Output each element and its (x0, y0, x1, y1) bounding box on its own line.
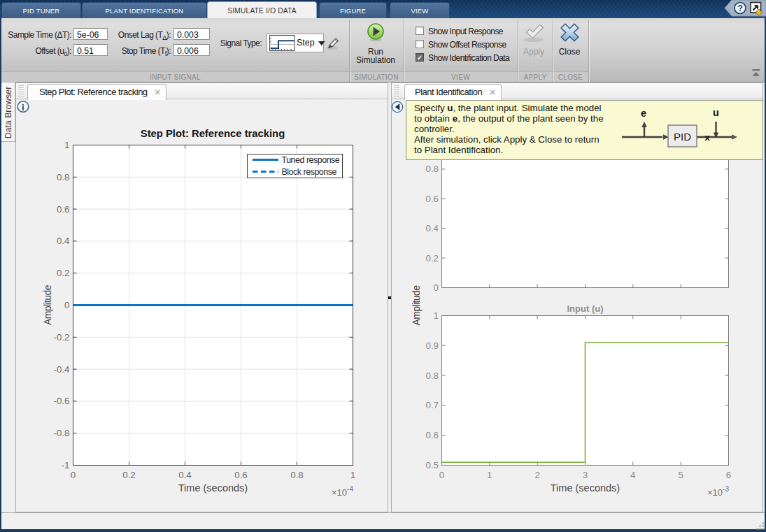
svg-text:0.2: 0.2 (122, 470, 136, 480)
svg-text:x: x (704, 132, 710, 143)
svg-text:0.5: 0.5 (426, 460, 439, 470)
svg-text:-0.6: -0.6 (54, 396, 70, 406)
svg-text:5: 5 (678, 470, 683, 480)
svg-text:0.8: 0.8 (57, 172, 70, 182)
svg-text:0: 0 (434, 282, 439, 293)
svg-text:1: 1 (434, 310, 439, 321)
svg-text:×10-3: ×10-3 (707, 485, 729, 498)
svg-text:Tuned response: Tuned response (282, 155, 340, 165)
svg-text:×10-4: ×10-4 (332, 485, 353, 498)
svg-text:0.8: 0.8 (426, 164, 439, 174)
svg-text:0.4: 0.4 (57, 236, 70, 246)
svg-text:1: 1 (350, 470, 355, 480)
svg-text:Block response: Block response (282, 167, 337, 177)
svg-text:-0.4: -0.4 (54, 364, 70, 375)
svg-text:i: i (22, 102, 24, 113)
svg-text:0.9: 0.9 (426, 340, 439, 351)
svg-text:-0.8: -0.8 (54, 428, 70, 438)
svg-text:PID: PID (674, 131, 691, 143)
svg-text:Step Plot: Reference tracking: Step Plot: Reference tracking (141, 128, 285, 139)
svg-text:?: ? (737, 3, 743, 13)
svg-text:u: u (713, 107, 719, 118)
svg-text:0.4: 0.4 (426, 223, 439, 233)
svg-text:0.4: 0.4 (178, 470, 192, 480)
svg-text:0: 0 (439, 470, 444, 480)
svg-text:4: 4 (630, 470, 635, 480)
svg-text:1: 1 (487, 470, 492, 480)
svg-text:e: e (641, 108, 646, 119)
svg-text:6: 6 (726, 470, 731, 480)
svg-text:0: 0 (71, 470, 76, 480)
svg-text:0.6: 0.6 (57, 204, 70, 215)
svg-text:-0.2: -0.2 (54, 332, 70, 343)
svg-text:0.6: 0.6 (426, 430, 439, 440)
svg-text:Time (seconds): Time (seconds) (178, 482, 248, 494)
svg-text:3: 3 (583, 470, 588, 480)
svg-text:0.8: 0.8 (290, 470, 304, 480)
svg-text:0.2: 0.2 (57, 268, 70, 278)
svg-text:-1: -1 (62, 460, 70, 470)
svg-text:0.6: 0.6 (234, 470, 248, 480)
svg-text:0: 0 (64, 300, 69, 310)
svg-text:Input (u): Input (u) (567, 303, 604, 314)
svg-text:Time (seconds): Time (seconds) (551, 482, 620, 494)
svg-text:1: 1 (64, 140, 69, 150)
svg-text:2: 2 (534, 470, 539, 480)
svg-text:0.6: 0.6 (426, 194, 439, 204)
svg-text:Amplitude: Amplitude (411, 285, 422, 326)
svg-text:0.8: 0.8 (426, 371, 439, 381)
svg-text:0.7: 0.7 (426, 400, 439, 410)
svg-text:0.2: 0.2 (426, 253, 439, 264)
svg-text:Amplitude: Amplitude (42, 285, 53, 325)
